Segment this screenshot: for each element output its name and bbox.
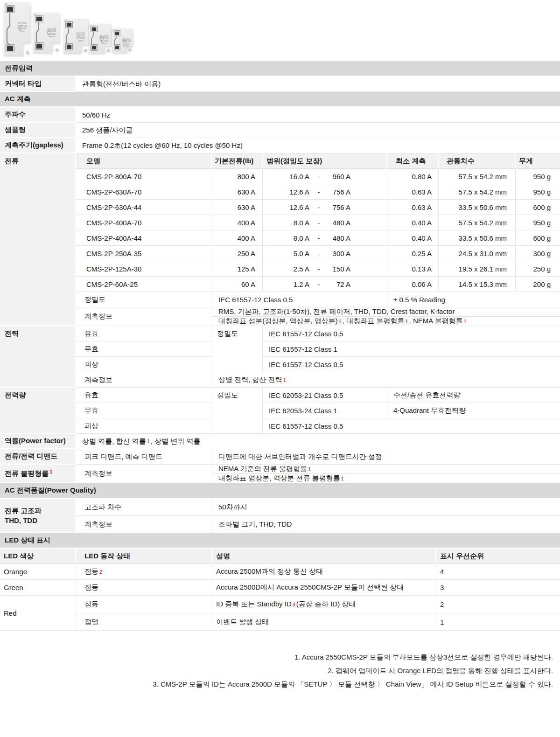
harmonics-order-label: 고조파 차수 bbox=[76, 499, 212, 516]
demand-types: 피크 디맨드, 예측 디맨드 bbox=[76, 449, 212, 465]
table-row: CMS-2P-800A-70 800 A 16.0 A-960 A 0.80 A… bbox=[76, 169, 560, 184]
unbalance-value-1: NEMA 기준의 전류 불평형률1 bbox=[212, 465, 560, 474]
table-row: CMS-2P-400A-70 400 A 8.0 A-480 A 0.40 A … bbox=[76, 215, 560, 230]
unbalance-info-label: 계측정보 bbox=[76, 465, 212, 483]
basic-current: 400 A bbox=[212, 230, 263, 246]
model-name: CMS-2P-800A-70 bbox=[76, 169, 212, 184]
section-header-led-status: LED 상태 표시 bbox=[0, 533, 560, 549]
section-header-ac-measurement: AC 계측 bbox=[0, 92, 560, 107]
device-label: ACCURA2550CMS2P-630A44mm bbox=[44, 28, 59, 38]
power-info-value: 상별 전력, 합산 전력1 bbox=[212, 372, 560, 388]
min-measure: 0.40 A bbox=[387, 230, 439, 246]
col-header-led-desc: 설명 bbox=[212, 549, 436, 564]
model-name: CMS-2P-125A-30 bbox=[76, 261, 212, 277]
current-accuracy-row: 정밀도 IEC 61557-12 Class 0.5 ± 0.5 % Readi… bbox=[76, 292, 560, 307]
device-label: ACCURA2550CMS2P-125A30mm bbox=[98, 35, 111, 45]
energy-reactive-label: 무효 bbox=[76, 403, 212, 418]
weight: 600 g bbox=[516, 230, 560, 246]
accuracy-reading: ± 0.5 % Reading bbox=[387, 292, 560, 307]
range-cell: 8.0 A-480 A bbox=[263, 215, 387, 230]
measurement-cycle-row: 계측주기(gapless) Frame 0.2초(12 cycles @60 H… bbox=[0, 138, 560, 153]
section-header-power-quality: AC 전력품질(Power Quality) bbox=[0, 483, 560, 499]
col-header-model: 모델 bbox=[76, 153, 212, 169]
power-reactive-label: 무효 bbox=[76, 341, 212, 357]
screw-icon bbox=[26, 51, 29, 54]
current-label: 전류 bbox=[0, 153, 76, 326]
energy-block: 전력량 유효 무효 피상 정밀도 IEC 62053-21 Class 0.5 … bbox=[0, 388, 560, 434]
current-table-header: 모델 기본전류(Ib) 범위(정밀도 보장) 최소 계측 관통치수 무게 bbox=[76, 153, 560, 169]
power-factor-label: 역률(Power factor) bbox=[0, 434, 76, 449]
measurement-cycle-value: Frame 0.2초(12 cycles @60 Hz, 10 cycles @… bbox=[76, 138, 560, 153]
led-desc: 이벤트 발생 상태 bbox=[212, 613, 436, 631]
unbalance-label: 전류 불평형률1 bbox=[0, 465, 76, 483]
energy-label: 전력량 bbox=[0, 388, 76, 434]
model-name: CMS-2P-400A-70 bbox=[76, 215, 212, 230]
led-state: 점등 bbox=[76, 580, 212, 596]
led-color: Red bbox=[0, 596, 76, 631]
connector-type-value: 관통형(전선/버스바 이용) bbox=[76, 76, 560, 92]
led-desc: ID 중복 또는 Standby ID3(공장 출하 ID) 상태 bbox=[212, 596, 436, 613]
basic-current: 400 A bbox=[212, 215, 263, 230]
power-active-standard: IEC 61557-12 Class 0.5 bbox=[263, 326, 560, 341]
product-image-strip: ACCURA2550CMS2P-800A70mm ACCURA2550CMS2P… bbox=[0, 0, 560, 61]
range-cell: 1.2 A-72 A bbox=[263, 277, 387, 292]
led-priority: 1 bbox=[436, 613, 560, 631]
basic-current: 125 A bbox=[212, 261, 263, 277]
rj45-port-icon bbox=[65, 43, 73, 50]
basic-current: 630 A bbox=[212, 200, 263, 215]
col-header-led-priority: 표시 우선순위 bbox=[436, 549, 560, 564]
energy-apparent-standard: IEC 61557-12 Class 0.5 bbox=[263, 418, 560, 434]
weight: 950 g bbox=[516, 169, 560, 184]
accuracy-standard: IEC 61557-12 Class 0.5 bbox=[212, 292, 387, 307]
led-state: 점멸 bbox=[76, 613, 212, 631]
aperture-size: 14.5 x 15.3 mm bbox=[439, 277, 516, 292]
demand-desc: 디맨드에 대한 서브인터벌과 개수로 디맨드시간 설정 bbox=[212, 449, 560, 465]
screw-icon bbox=[113, 29, 116, 32]
footnote-3: 3. CMS-2P 모듈의 ID는 Accura 2500D 모듈의 「SETU… bbox=[0, 677, 553, 691]
basic-current: 60 A bbox=[212, 277, 263, 292]
power-apparent-label: 피상 bbox=[76, 357, 212, 372]
table-row: CMS-2P-400A-44 400 A 8.0 A-480 A 0.40 A … bbox=[76, 230, 560, 246]
power-apparent-standard: IEC 61557-12 Class 0.5 bbox=[263, 357, 560, 372]
led-state: 점등2 bbox=[76, 564, 212, 580]
frequency-row: 주파수 50/60 Hz bbox=[0, 107, 560, 123]
harmonics-order-value: 50차까지 bbox=[212, 499, 560, 516]
sampling-label: 샘플링 bbox=[0, 123, 76, 138]
rj45-port-icon bbox=[35, 42, 43, 50]
min-measure: 0.13 A bbox=[387, 261, 439, 277]
table-row: CMS-2P-630A-70 630 A 12.6 A-756 A 0.63 A… bbox=[76, 184, 560, 200]
energy-active-desc: 수전/송전 유효전력량 bbox=[387, 388, 560, 403]
col-header-range: 범위(정밀도 보장) bbox=[263, 153, 387, 169]
screw-icon bbox=[64, 20, 67, 22]
harmonics-block: 전류 고조파 THD, TDD 고조파 차수 50차까지 계측정보 조파별 크기… bbox=[0, 499, 560, 533]
aperture-size: 57.5 x 54.2 mm bbox=[439, 169, 516, 184]
connector-type-label: 커넥터 타입 bbox=[0, 76, 76, 92]
led-desc: Accura 2500D에서 Accura 2550CMS-2P 모듈이 선택된… bbox=[212, 580, 436, 596]
min-measure: 0.80 A bbox=[387, 169, 439, 184]
led-desc: Accura 2500M과의 정상 통신 상태 bbox=[212, 564, 436, 580]
sampling-value: 256 샘플/사이클 bbox=[76, 123, 560, 138]
rj45-port-icon bbox=[6, 44, 14, 52]
product-image-2p-125a: ACCURA2550CMS2P-125A30mm bbox=[89, 24, 111, 53]
led-color: Orange bbox=[0, 564, 76, 580]
power-active-label: 유효 bbox=[76, 326, 212, 341]
product-image-2p-250a: ACCURA2550CMS2P-250A35mm bbox=[63, 19, 88, 53]
power-info-label: 계측정보 bbox=[76, 372, 212, 388]
footnotes: 1. Accura 2550CMS-2P 모듈의 부하모드를 삼상3선으로 설정… bbox=[0, 650, 560, 691]
min-measure: 0.63 A bbox=[387, 200, 439, 215]
model-name: CMS-2P-60A-25 bbox=[76, 277, 212, 292]
range-cell: 12.6 A-756 A bbox=[263, 200, 387, 215]
power-label: 전력 bbox=[0, 326, 76, 388]
table-row: CMS-2P-60A-25 60 A 1.2 A-72 A 0.06 A 14.… bbox=[76, 277, 560, 292]
product-image-2p-60a: ACCURA2550CMS2P-60A25mm bbox=[112, 28, 133, 53]
col-header-led-color: LED 색상 bbox=[0, 549, 76, 564]
current-block: 전류 모델 기본전류(Ib) 범위(정밀도 보장) 최소 계측 관통치수 무게 … bbox=[0, 153, 560, 326]
weight: 200 g bbox=[516, 277, 560, 292]
aperture-size: 19.5 x 26.1 mm bbox=[439, 261, 516, 277]
range-cell: 12.6 A-756 A bbox=[263, 184, 387, 200]
range-cell: 2.5 A-150 A bbox=[263, 261, 387, 277]
weight: 950 g bbox=[516, 184, 560, 200]
footnote-1: 1. Accura 2550CMS-2P 모듈의 부하모드를 삼상3선으로 설정… bbox=[0, 650, 553, 664]
model-name: CMS-2P-630A-44 bbox=[76, 200, 212, 215]
screw-icon bbox=[56, 49, 58, 51]
